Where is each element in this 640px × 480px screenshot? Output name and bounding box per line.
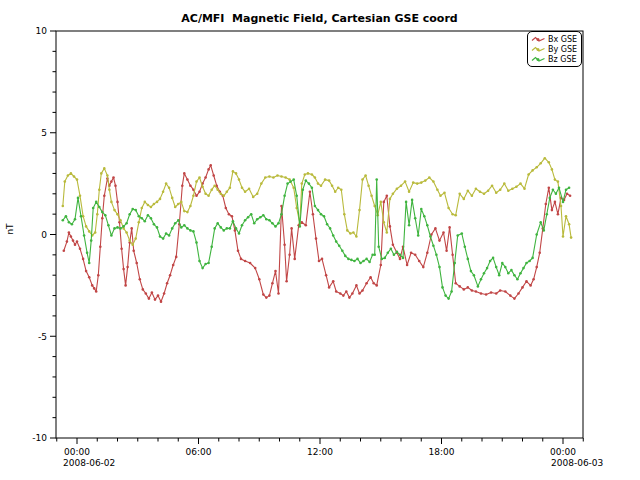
data-point-marker [180, 201, 183, 204]
data-point-marker [562, 235, 565, 238]
data-point-marker [453, 262, 456, 265]
data-point-marker [63, 250, 66, 253]
data-point-marker [443, 192, 446, 195]
data-point-marker [134, 237, 137, 240]
data-point-marker [150, 217, 153, 220]
series-by-gse [62, 157, 573, 246]
data-point-marker [396, 187, 399, 190]
data-point-marker [325, 274, 328, 277]
data-point-marker [150, 206, 153, 209]
data-point-marker [389, 198, 392, 201]
data-point-marker [570, 236, 573, 239]
data-point-marker [124, 284, 127, 287]
data-point-marker [91, 284, 94, 287]
data-point-marker [337, 186, 340, 189]
data-point-marker [557, 213, 560, 216]
data-point-marker [358, 209, 361, 212]
data-point-marker [332, 280, 335, 283]
data-point-marker [198, 191, 201, 194]
data-point-marker [229, 186, 232, 189]
data-point-marker [450, 290, 453, 293]
x-axis-end-date: 2008-06-03 [551, 458, 603, 468]
data-point-marker [112, 176, 115, 179]
data-point-marker [554, 201, 557, 204]
data-point-marker [64, 180, 67, 183]
data-point-marker [359, 262, 362, 265]
data-point-marker [98, 206, 101, 209]
data-point-marker [335, 240, 338, 243]
data-point-marker [88, 230, 91, 233]
data-point-marker [122, 268, 125, 271]
data-point-marker [108, 188, 111, 191]
data-point-marker [454, 214, 457, 217]
x-tick-label-1800: 18:00 [429, 447, 455, 457]
data-point-marker [442, 231, 445, 234]
data-point-marker [256, 193, 259, 196]
data-point-marker [447, 207, 450, 210]
data-point-marker [226, 191, 229, 194]
data-point-marker [141, 217, 144, 220]
data-point-marker [204, 193, 207, 196]
data-point-marker [412, 181, 415, 184]
data-point-marker [119, 227, 122, 230]
data-point-marker [381, 258, 384, 261]
data-point-marker [104, 214, 107, 217]
data-point-marker [67, 174, 70, 177]
data-point-marker [110, 180, 113, 183]
data-point-marker [299, 225, 302, 228]
data-point-marker [280, 175, 283, 178]
data-point-marker [492, 257, 495, 260]
data-point-marker [147, 204, 150, 207]
data-point-marker [507, 189, 510, 192]
data-point-marker [447, 297, 450, 300]
data-point-marker [235, 172, 238, 175]
data-point-marker [138, 221, 141, 224]
data-point-marker [516, 278, 519, 281]
data-point-marker [384, 257, 387, 260]
data-point-marker [65, 215, 68, 218]
data-point-marker [144, 201, 147, 204]
data-point-marker [113, 209, 116, 212]
series-line [63, 158, 571, 245]
data-point-marker [153, 223, 156, 226]
data-point-marker [383, 221, 386, 224]
data-point-marker [272, 176, 275, 179]
data-point-marker [473, 274, 476, 277]
data-point-marker [95, 290, 98, 293]
data-point-marker [568, 223, 571, 226]
data-point-marker [531, 169, 534, 172]
data-point-marker [483, 272, 486, 275]
data-point-marker [209, 164, 212, 167]
data-point-marker [175, 256, 178, 259]
data-point-marker [79, 247, 82, 250]
data-point-marker [228, 213, 231, 216]
data-point-marker [439, 195, 442, 198]
data-point-marker [372, 282, 375, 285]
data-point-marker [445, 250, 448, 253]
data-point-marker [311, 186, 314, 189]
data-point-marker [390, 247, 393, 250]
data-point-marker [377, 245, 380, 248]
data-point-marker [86, 252, 89, 255]
data-point-marker [375, 284, 378, 287]
legend-label-by: By GSE [548, 45, 577, 54]
data-point-marker [328, 179, 331, 182]
data-point-marker [159, 235, 162, 238]
data-point-marker [195, 180, 198, 183]
data-point-marker [240, 258, 243, 261]
data-point-marker [535, 166, 538, 169]
data-point-marker [135, 262, 138, 265]
data-point-marker [361, 178, 364, 181]
data-point-marker [207, 195, 210, 198]
data-point-marker [131, 208, 134, 211]
data-point-marker [213, 227, 216, 230]
data-point-marker [456, 234, 459, 237]
y-tick-label-0: 0 [17, 230, 47, 240]
data-point-marker [467, 258, 470, 261]
data-point-marker [523, 187, 526, 190]
legend-item-bz: Bz GSE [531, 54, 577, 64]
data-point-marker [498, 274, 501, 277]
data-point-marker [77, 197, 80, 200]
data-point-marker [237, 250, 240, 253]
data-point-marker [422, 266, 425, 269]
